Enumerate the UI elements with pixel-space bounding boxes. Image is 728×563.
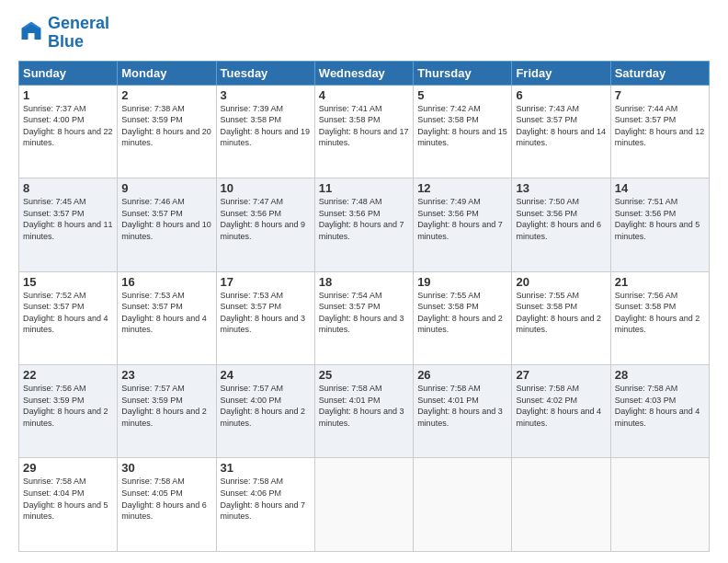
table-row: 30Sunrise: 7:58 AMSunset: 4:05 PMDayligh… — [118, 458, 216, 552]
day-number: 17 — [221, 275, 311, 289]
cell-info: Sunrise: 7:58 AMSunset: 4:01 PMDaylight:… — [319, 384, 404, 428]
table-row: 5Sunrise: 7:42 AMSunset: 3:58 PMDaylight… — [414, 85, 512, 178]
col-thursday: Thursday — [414, 61, 512, 85]
table-row — [512, 458, 610, 552]
cell-info: Sunrise: 7:38 AMSunset: 3:59 PMDaylight:… — [121, 104, 211, 148]
table-row: 28Sunrise: 7:58 AMSunset: 4:03 PMDayligh… — [610, 365, 709, 458]
day-number: 31 — [221, 461, 311, 475]
table-row: 20Sunrise: 7:55 AMSunset: 3:58 PMDayligh… — [512, 271, 610, 364]
cell-info: Sunrise: 7:54 AMSunset: 3:57 PMDaylight:… — [319, 291, 404, 335]
day-number: 20 — [516, 275, 606, 289]
cell-info: Sunrise: 7:58 AMSunset: 4:04 PMDaylight:… — [23, 477, 108, 521]
table-row: 25Sunrise: 7:58 AMSunset: 4:01 PMDayligh… — [314, 365, 413, 458]
cell-info: Sunrise: 7:57 AMSunset: 3:59 PMDaylight:… — [121, 384, 207, 428]
day-number: 28 — [615, 368, 705, 382]
cell-info: Sunrise: 7:55 AMSunset: 3:58 PMDaylight:… — [516, 291, 601, 335]
table-row: 10Sunrise: 7:47 AMSunset: 3:56 PMDayligh… — [216, 178, 314, 271]
table-row: 14Sunrise: 7:51 AMSunset: 3:56 PMDayligh… — [610, 178, 709, 271]
table-row: 27Sunrise: 7:58 AMSunset: 4:02 PMDayligh… — [512, 365, 610, 458]
table-row: 9Sunrise: 7:46 AMSunset: 3:57 PMDaylight… — [118, 178, 216, 271]
table-row: 21Sunrise: 7:56 AMSunset: 3:58 PMDayligh… — [610, 271, 709, 364]
day-number: 9 — [121, 181, 211, 195]
table-row: 15Sunrise: 7:52 AMSunset: 3:57 PMDayligh… — [19, 271, 118, 364]
cell-info: Sunrise: 7:42 AMSunset: 3:58 PMDaylight:… — [417, 104, 507, 148]
day-number: 6 — [516, 88, 606, 102]
svg-marker-0 — [22, 22, 41, 40]
day-number: 13 — [516, 181, 606, 195]
table-row: 16Sunrise: 7:53 AMSunset: 3:57 PMDayligh… — [118, 271, 216, 364]
cell-info: Sunrise: 7:50 AMSunset: 3:56 PMDaylight:… — [516, 197, 601, 241]
cell-info: Sunrise: 7:41 AMSunset: 3:58 PMDaylight:… — [319, 104, 409, 148]
table-row: 13Sunrise: 7:50 AMSunset: 3:56 PMDayligh… — [512, 178, 610, 271]
day-number: 4 — [319, 88, 409, 102]
cell-info: Sunrise: 7:58 AMSunset: 4:01 PMDaylight:… — [417, 384, 503, 428]
table-row: 29Sunrise: 7:58 AMSunset: 4:04 PMDayligh… — [19, 458, 118, 552]
cell-info: Sunrise: 7:58 AMSunset: 4:02 PMDaylight:… — [516, 384, 601, 428]
day-number: 22 — [23, 368, 113, 382]
logo-text: GeneralBlue — [48, 15, 109, 52]
day-number: 25 — [319, 368, 409, 382]
logo: GeneralBlue — [18, 15, 109, 52]
col-saturday: Saturday — [610, 61, 709, 85]
table-row: 31Sunrise: 7:58 AMSunset: 4:06 PMDayligh… — [216, 458, 314, 552]
page-header: GeneralBlue — [18, 15, 710, 52]
day-number: 30 — [121, 461, 211, 475]
cell-info: Sunrise: 7:58 AMSunset: 4:05 PMDaylight:… — [121, 477, 207, 521]
day-number: 18 — [319, 275, 409, 289]
day-number: 23 — [121, 368, 211, 382]
cell-info: Sunrise: 7:52 AMSunset: 3:57 PMDaylight:… — [23, 291, 108, 335]
table-row: 3Sunrise: 7:39 AMSunset: 3:58 PMDaylight… — [216, 85, 314, 178]
table-row: 26Sunrise: 7:58 AMSunset: 4:01 PMDayligh… — [414, 365, 512, 458]
day-number: 5 — [417, 88, 507, 102]
table-row: 6Sunrise: 7:43 AMSunset: 3:57 PMDaylight… — [512, 85, 610, 178]
cell-info: Sunrise: 7:56 AMSunset: 3:59 PMDaylight:… — [23, 384, 108, 428]
day-number: 15 — [23, 275, 113, 289]
col-monday: Monday — [118, 61, 216, 85]
table-row: 23Sunrise: 7:57 AMSunset: 3:59 PMDayligh… — [118, 365, 216, 458]
cell-info: Sunrise: 7:56 AMSunset: 3:58 PMDaylight:… — [615, 291, 700, 335]
logo-icon — [18, 20, 44, 46]
table-row: 8Sunrise: 7:45 AMSunset: 3:57 PMDaylight… — [19, 178, 118, 271]
table-row: 12Sunrise: 7:49 AMSunset: 3:56 PMDayligh… — [414, 178, 512, 271]
cell-info: Sunrise: 7:47 AMSunset: 3:56 PMDaylight:… — [221, 197, 306, 241]
table-row: 11Sunrise: 7:48 AMSunset: 3:56 PMDayligh… — [314, 178, 413, 271]
col-friday: Friday — [512, 61, 610, 85]
day-number: 21 — [615, 275, 705, 289]
day-number: 24 — [221, 368, 311, 382]
day-number: 7 — [615, 88, 705, 102]
table-row: 4Sunrise: 7:41 AMSunset: 3:58 PMDaylight… — [314, 85, 413, 178]
day-number: 29 — [23, 461, 113, 475]
day-number: 26 — [417, 368, 507, 382]
cell-info: Sunrise: 7:37 AMSunset: 4:00 PMDaylight:… — [23, 104, 113, 148]
cell-info: Sunrise: 7:53 AMSunset: 3:57 PMDaylight:… — [121, 291, 207, 335]
table-row: 18Sunrise: 7:54 AMSunset: 3:57 PMDayligh… — [314, 271, 413, 364]
col-sunday: Sunday — [19, 61, 118, 85]
day-number: 1 — [23, 88, 113, 102]
table-row: 1Sunrise: 7:37 AMSunset: 4:00 PMDaylight… — [19, 85, 118, 178]
table-row — [314, 458, 413, 552]
day-number: 12 — [417, 181, 507, 195]
table-row: 22Sunrise: 7:56 AMSunset: 3:59 PMDayligh… — [19, 365, 118, 458]
col-tuesday: Tuesday — [216, 61, 314, 85]
cell-info: Sunrise: 7:43 AMSunset: 3:57 PMDaylight:… — [516, 104, 606, 148]
table-row: 7Sunrise: 7:44 AMSunset: 3:57 PMDaylight… — [610, 85, 709, 178]
calendar-table: Sunday Monday Tuesday Wednesday Thursday… — [18, 61, 710, 552]
table-row — [610, 458, 709, 552]
cell-info: Sunrise: 7:51 AMSunset: 3:56 PMDaylight:… — [615, 197, 700, 241]
cell-info: Sunrise: 7:45 AMSunset: 3:57 PMDaylight:… — [23, 197, 113, 241]
day-number: 2 — [121, 88, 211, 102]
cell-info: Sunrise: 7:48 AMSunset: 3:56 PMDaylight:… — [319, 197, 404, 241]
day-number: 3 — [221, 88, 311, 102]
day-number: 11 — [319, 181, 409, 195]
day-number: 27 — [516, 368, 606, 382]
cell-info: Sunrise: 7:58 AMSunset: 4:03 PMDaylight:… — [615, 384, 700, 428]
day-number: 16 — [121, 275, 211, 289]
day-number: 19 — [417, 275, 507, 289]
table-row: 2Sunrise: 7:38 AMSunset: 3:59 PMDaylight… — [118, 85, 216, 178]
cell-info: Sunrise: 7:57 AMSunset: 4:00 PMDaylight:… — [221, 384, 306, 428]
cell-info: Sunrise: 7:49 AMSunset: 3:56 PMDaylight:… — [417, 197, 503, 241]
day-number: 14 — [615, 181, 705, 195]
table-row: 24Sunrise: 7:57 AMSunset: 4:00 PMDayligh… — [216, 365, 314, 458]
cell-info: Sunrise: 7:44 AMSunset: 3:57 PMDaylight:… — [615, 104, 705, 148]
cell-info: Sunrise: 7:58 AMSunset: 4:06 PMDaylight:… — [221, 477, 306, 521]
